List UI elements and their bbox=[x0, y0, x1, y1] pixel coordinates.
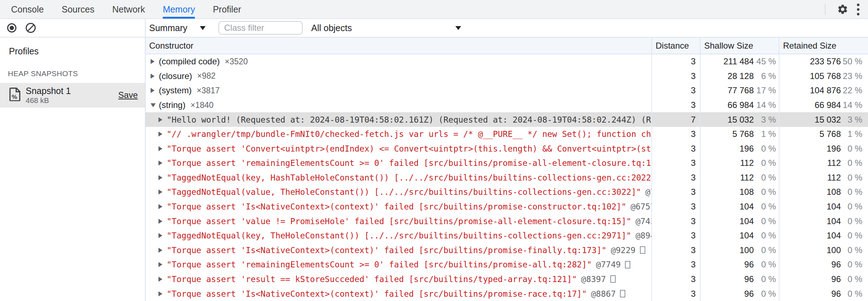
constructor-cell: "Torque assert 'value != PromiseHole' fa… bbox=[146, 214, 651, 228]
object-id: @7749 bbox=[596, 260, 621, 269]
string-value: "TaggedNotEqual(key, HashTableHoleConsta… bbox=[167, 173, 651, 182]
column-header-retained-size[interactable]: Retained Size bbox=[779, 38, 868, 54]
size-bytes: 100 bbox=[701, 245, 754, 255]
object-id: @9229 bbox=[611, 246, 635, 255]
tab-console[interactable]: Console bbox=[11, 0, 44, 19]
triangle-right-icon[interactable] bbox=[158, 146, 162, 151]
tab-network-label: Network bbox=[112, 4, 145, 15]
shallow-size-cell: 1040 % bbox=[700, 214, 779, 228]
missing-glyph-box-icon bbox=[640, 246, 645, 254]
perspective-select[interactable]: Summary bbox=[149, 23, 206, 33]
triangle-right-icon[interactable] bbox=[158, 132, 162, 137]
retained-size-cell: 1960 % bbox=[779, 141, 868, 156]
tab-memory[interactable]: Memory bbox=[163, 0, 195, 19]
class-filter-input[interactable] bbox=[218, 21, 303, 35]
triangle-right-icon[interactable] bbox=[158, 277, 162, 282]
size-bytes: 108 bbox=[701, 187, 754, 197]
triangle-right-icon[interactable] bbox=[151, 74, 155, 79]
distance-cell: 3 bbox=[651, 156, 700, 171]
table-row[interactable]: "TaggedNotEqual(key, TheHoleConstant()) … bbox=[146, 228, 868, 243]
size-percent: 0 % bbox=[841, 231, 868, 241]
perspective-select-value: Summary bbox=[149, 23, 187, 33]
more-options-button[interactable] bbox=[857, 4, 859, 15]
size-percent: 0 % bbox=[754, 144, 779, 154]
size-bytes: 96 bbox=[779, 274, 841, 284]
retained-size-cell: 1040 % bbox=[779, 214, 868, 228]
tab-sources[interactable]: Sources bbox=[62, 0, 95, 19]
column-header-constructor[interactable]: Constructor bbox=[146, 38, 651, 54]
table-row[interactable]: "Torque assert 'result == kStoreSucceded… bbox=[146, 272, 868, 287]
constructor-cell: "TaggedNotEqual(key, HashTableHoleConsta… bbox=[146, 171, 651, 185]
triangle-right-icon[interactable] bbox=[158, 117, 162, 122]
triangle-right-icon[interactable] bbox=[158, 248, 162, 253]
missing-glyph-box-icon bbox=[610, 275, 616, 283]
table-row[interactable]: "TaggedNotEqual(key, HashTableHoleConsta… bbox=[146, 171, 868, 185]
table-row[interactable]: "Torque assert 'remainingElementsCount >… bbox=[146, 257, 868, 272]
triangle-right-icon[interactable] bbox=[158, 291, 162, 296]
missing-glyph-box-icon bbox=[625, 261, 630, 268]
profiles-sidebar: Profiles HEAP SNAPSHOTS % Snapshot 1 468… bbox=[0, 19, 146, 301]
size-percent: 0 % bbox=[754, 202, 779, 212]
table-row[interactable]: (closure)×982328 1286 %105 76823 % bbox=[146, 69, 868, 84]
tabbar-right-controls bbox=[825, 0, 868, 19]
shallow-size-cell: 28 1286 % bbox=[700, 69, 779, 84]
triangle-right-icon[interactable] bbox=[158, 161, 162, 166]
table-row[interactable]: "Torque assert 'Is<NativeContext>(contex… bbox=[146, 243, 868, 258]
size-percent: 14 % bbox=[754, 100, 779, 110]
snapshot-list-item[interactable]: % Snapshot 1 468 kB Save bbox=[0, 83, 145, 108]
constructor-cell: "Torque assert 'result == kStoreSucceded… bbox=[146, 272, 651, 287]
size-percent: 0 % bbox=[754, 231, 779, 241]
retained-size-cell: 1080 % bbox=[779, 185, 868, 199]
instance-count: ×3520 bbox=[225, 57, 248, 66]
triangle-right-icon[interactable] bbox=[158, 219, 162, 224]
table-row[interactable]: (compiled code)×35203211 48445 %233 5765… bbox=[146, 54, 868, 69]
retained-size-cell: 960 % bbox=[779, 272, 868, 287]
table-row[interactable]: "TaggedNotEqual(value, TheHoleConstant()… bbox=[146, 185, 868, 199]
devtools-tabbar: Console Sources Network Memory Profiler bbox=[0, 0, 868, 19]
constructor-name: (string) bbox=[159, 100, 186, 110]
table-row[interactable]: "// .wrangler/tmp/bundle-FmNIt0/checked-… bbox=[146, 127, 868, 142]
tab-network[interactable]: Network bbox=[112, 0, 145, 19]
shallow-size-cell: 77 76817 % bbox=[700, 83, 779, 98]
size-bytes: 104 bbox=[701, 216, 754, 226]
table-row[interactable]: "Torque assert 'Is<NativeContext>(contex… bbox=[146, 286, 868, 301]
size-percent: 3 % bbox=[841, 115, 868, 125]
table-row[interactable]: "Hello world! (Requested at: 2024-08-19T… bbox=[146, 112, 868, 127]
column-header-shallow-size[interactable]: Shallow Size bbox=[700, 38, 779, 54]
size-bytes: 96 bbox=[701, 274, 754, 284]
size-bytes: 104 bbox=[701, 202, 754, 212]
heap-grid-body: (compiled code)×35203211 48445 %233 5765… bbox=[146, 54, 868, 301]
triangle-right-icon[interactable] bbox=[158, 189, 162, 194]
triangle-down-icon[interactable] bbox=[151, 103, 156, 107]
triangle-right-icon[interactable] bbox=[158, 204, 162, 209]
size-percent: 0 % bbox=[754, 260, 779, 270]
settings-button[interactable] bbox=[835, 1, 851, 17]
size-bytes: 66 984 bbox=[701, 100, 754, 110]
constructor-cell: (compiled code)×3520 bbox=[146, 54, 651, 69]
size-percent: 14 % bbox=[841, 100, 868, 110]
column-header-distance[interactable]: Distance bbox=[651, 38, 700, 54]
table-row[interactable]: (string)×1840366 98414 %66 98414 % bbox=[146, 98, 868, 113]
clear-profiles-button[interactable] bbox=[26, 23, 36, 33]
shallow-size-cell: 960 % bbox=[700, 272, 779, 287]
triangle-right-icon[interactable] bbox=[158, 233, 162, 238]
table-row[interactable]: (system)×3817377 76817 %104 87622 % bbox=[146, 83, 868, 98]
distance-cell: 7 bbox=[651, 112, 700, 127]
snapshot-save-link[interactable]: Save bbox=[118, 90, 138, 100]
size-percent: 0 % bbox=[841, 202, 868, 212]
table-row[interactable]: "Torque assert 'value != PromiseHole' fa… bbox=[146, 214, 868, 228]
retained-size-cell: 1120 % bbox=[779, 156, 868, 171]
record-heap-snapshot-button[interactable] bbox=[7, 23, 16, 33]
triangle-right-icon[interactable] bbox=[158, 262, 162, 267]
constructor-cell: (string)×1840 bbox=[146, 98, 651, 113]
table-row[interactable]: "Torque assert 'Convert<uintptr>(endInde… bbox=[146, 141, 868, 156]
table-row[interactable]: "Torque assert 'remainingElementsCount >… bbox=[146, 156, 868, 171]
tab-profiler[interactable]: Profiler bbox=[213, 0, 241, 19]
triangle-right-icon[interactable] bbox=[158, 175, 162, 180]
size-bytes: 5 768 bbox=[701, 129, 754, 139]
triangle-right-icon[interactable] bbox=[151, 59, 155, 64]
string-value: "// .wrangler/tmp/bundle-FmNIt0/checked-… bbox=[167, 129, 651, 139]
triangle-right-icon[interactable] bbox=[151, 88, 155, 93]
objects-scope-select[interactable]: All objects bbox=[311, 23, 461, 33]
table-row[interactable]: "Torque assert 'Is<NativeContext>(contex… bbox=[146, 199, 868, 214]
